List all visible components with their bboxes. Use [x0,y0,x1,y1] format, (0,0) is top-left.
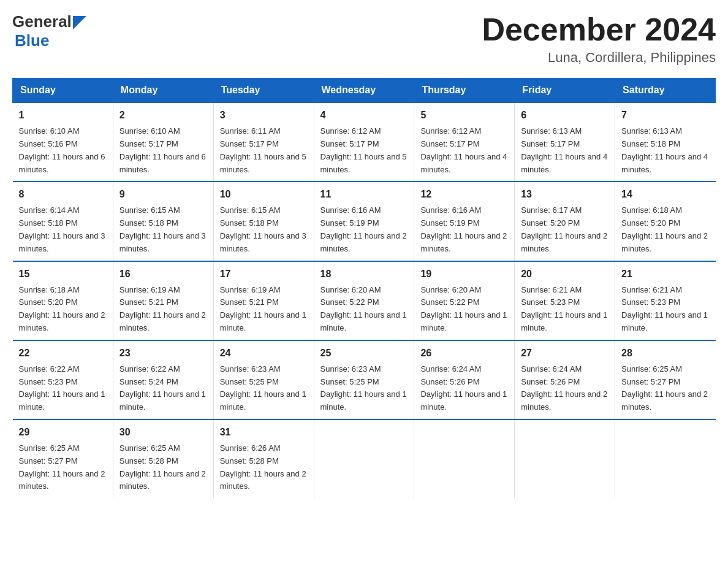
day-info: Sunrise: 6:15 AMSunset: 5:18 PMDaylight:… [119,205,206,253]
day-number: 18 [320,267,408,282]
day-info: Sunrise: 6:20 AMSunset: 5:22 PMDaylight:… [320,285,407,332]
day-info: Sunrise: 6:23 AMSunset: 5:25 PMDaylight:… [220,364,306,412]
calendar-cell [615,419,716,498]
logo-blue-text: Blue [15,31,86,50]
calendar-cell: 3 Sunrise: 6:11 AMSunset: 5:17 PMDayligh… [213,102,314,182]
day-number: 27 [521,346,609,361]
day-info: Sunrise: 6:15 AMSunset: 5:18 PMDaylight:… [220,205,306,253]
day-of-week-saturday: Saturday [615,79,716,103]
day-number: 26 [420,346,508,361]
calendar-cell: 8 Sunrise: 6:14 AMSunset: 5:18 PMDayligh… [13,182,113,261]
day-info: Sunrise: 6:16 AMSunset: 5:19 PMDaylight:… [420,205,507,253]
logo-arrow-icon [73,16,86,29]
calendar-cell [515,419,615,498]
calendar-cell: 25 Sunrise: 6:23 AMSunset: 5:25 PMDaylig… [314,340,414,419]
calendar-cell: 28 Sunrise: 6:25 AMSunset: 5:27 PMDaylig… [615,340,716,419]
day-info: Sunrise: 6:16 AMSunset: 5:19 PMDaylight:… [320,205,407,253]
day-number: 12 [420,187,508,202]
calendar-cell: 30 Sunrise: 6:25 AMSunset: 5:28 PMDaylig… [113,419,213,498]
calendar-cell: 18 Sunrise: 6:20 AMSunset: 5:22 PMDaylig… [314,261,414,340]
day-number: 3 [220,108,308,123]
day-info: Sunrise: 6:18 AMSunset: 5:20 PMDaylight:… [621,205,708,253]
calendar-cell: 4 Sunrise: 6:12 AMSunset: 5:17 PMDayligh… [314,102,414,182]
day-info: Sunrise: 6:12 AMSunset: 5:17 PMDaylight:… [320,126,407,174]
day-number: 6 [521,108,609,123]
day-number: 2 [119,108,207,123]
calendar-week-2: 8 Sunrise: 6:14 AMSunset: 5:18 PMDayligh… [13,182,716,261]
day-info: Sunrise: 6:11 AMSunset: 5:17 PMDaylight:… [220,126,306,174]
day-of-week-friday: Friday [515,79,615,103]
day-of-week-monday: Monday [113,79,213,103]
calendar-cell: 15 Sunrise: 6:18 AMSunset: 5:20 PMDaylig… [13,261,113,340]
day-number: 25 [320,346,408,361]
day-info: Sunrise: 6:26 AMSunset: 5:28 PMDaylight:… [220,443,306,491]
calendar-cell: 26 Sunrise: 6:24 AMSunset: 5:26 PMDaylig… [414,340,515,419]
calendar-week-4: 22 Sunrise: 6:22 AMSunset: 5:23 PMDaylig… [13,340,716,419]
day-number: 17 [220,267,308,282]
day-info: Sunrise: 6:19 AMSunset: 5:21 PMDaylight:… [119,285,206,332]
day-info: Sunrise: 6:12 AMSunset: 5:17 PMDaylight:… [420,126,507,174]
day-number: 8 [19,187,107,202]
day-number: 14 [621,187,709,202]
day-info: Sunrise: 6:13 AMSunset: 5:18 PMDaylight:… [621,126,708,174]
calendar-cell: 19 Sunrise: 6:20 AMSunset: 5:22 PMDaylig… [414,261,515,340]
page-header: General Blue December 2024 Luna, Cordill… [12,12,716,66]
day-info: Sunrise: 6:10 AMSunset: 5:16 PMDaylight:… [19,126,105,174]
day-number: 29 [19,425,107,440]
calendar-cell: 10 Sunrise: 6:15 AMSunset: 5:18 PMDaylig… [213,182,314,261]
day-info: Sunrise: 6:25 AMSunset: 5:27 PMDaylight:… [19,443,105,491]
calendar-cell: 1 Sunrise: 6:10 AMSunset: 5:16 PMDayligh… [13,102,113,182]
day-number: 7 [621,108,709,123]
calendar-cell: 23 Sunrise: 6:22 AMSunset: 5:24 PMDaylig… [113,340,213,419]
calendar-cell: 31 Sunrise: 6:26 AMSunset: 5:28 PMDaylig… [213,419,314,498]
calendar-table: SundayMondayTuesdayWednesdayThursdayFrid… [12,78,716,498]
day-info: Sunrise: 6:10 AMSunset: 5:17 PMDaylight:… [119,126,206,174]
day-number: 24 [220,346,308,361]
calendar-cell: 24 Sunrise: 6:23 AMSunset: 5:25 PMDaylig… [213,340,314,419]
days-of-week-row: SundayMondayTuesdayWednesdayThursdayFrid… [13,79,716,103]
calendar-cell [414,419,515,498]
calendar-cell: 2 Sunrise: 6:10 AMSunset: 5:17 PMDayligh… [113,102,213,182]
month-title: December 2024 [482,12,716,47]
day-number: 16 [119,267,207,282]
day-number: 28 [621,346,709,361]
day-number: 5 [420,108,508,123]
day-info: Sunrise: 6:21 AMSunset: 5:23 PMDaylight:… [521,285,607,332]
calendar-week-5: 29 Sunrise: 6:25 AMSunset: 5:27 PMDaylig… [13,419,716,498]
day-of-week-thursday: Thursday [414,79,515,103]
day-of-week-sunday: Sunday [13,79,113,103]
day-number: 20 [521,267,609,282]
day-number: 13 [521,187,609,202]
calendar-cell: 21 Sunrise: 6:21 AMSunset: 5:23 PMDaylig… [615,261,716,340]
day-info: Sunrise: 6:14 AMSunset: 5:18 PMDaylight:… [19,205,105,253]
day-number: 21 [621,267,709,282]
day-number: 11 [320,187,408,202]
day-number: 9 [119,187,207,202]
calendar-cell: 29 Sunrise: 6:25 AMSunset: 5:27 PMDaylig… [13,419,113,498]
calendar-cell: 20 Sunrise: 6:21 AMSunset: 5:23 PMDaylig… [515,261,615,340]
logo: General Blue [12,12,86,50]
day-of-week-wednesday: Wednesday [314,79,414,103]
day-info: Sunrise: 6:20 AMSunset: 5:22 PMDaylight:… [420,285,507,332]
calendar-week-1: 1 Sunrise: 6:10 AMSunset: 5:16 PMDayligh… [13,102,716,182]
day-number: 19 [420,267,508,282]
calendar-cell: 22 Sunrise: 6:22 AMSunset: 5:23 PMDaylig… [13,340,113,419]
day-info: Sunrise: 6:21 AMSunset: 5:23 PMDaylight:… [621,285,708,332]
day-info: Sunrise: 6:25 AMSunset: 5:28 PMDaylight:… [119,443,206,491]
calendar-cell: 14 Sunrise: 6:18 AMSunset: 5:20 PMDaylig… [615,182,716,261]
calendar-cell [314,419,414,498]
day-info: Sunrise: 6:23 AMSunset: 5:25 PMDaylight:… [320,364,407,412]
day-info: Sunrise: 6:17 AMSunset: 5:20 PMDaylight:… [521,205,607,253]
day-info: Sunrise: 6:22 AMSunset: 5:24 PMDaylight:… [119,364,206,412]
day-number: 10 [220,187,308,202]
calendar-body: 1 Sunrise: 6:10 AMSunset: 5:16 PMDayligh… [13,102,716,498]
day-number: 30 [119,425,207,440]
calendar-header: SundayMondayTuesdayWednesdayThursdayFrid… [13,79,716,103]
calendar-cell: 13 Sunrise: 6:17 AMSunset: 5:20 PMDaylig… [515,182,615,261]
calendar-cell: 27 Sunrise: 6:24 AMSunset: 5:26 PMDaylig… [515,340,615,419]
location-title: Luna, Cordillera, Philippines [482,50,716,66]
day-number: 4 [320,108,408,123]
day-number: 15 [19,267,107,282]
calendar-cell: 9 Sunrise: 6:15 AMSunset: 5:18 PMDayligh… [113,182,213,261]
calendar-cell: 17 Sunrise: 6:19 AMSunset: 5:21 PMDaylig… [213,261,314,340]
